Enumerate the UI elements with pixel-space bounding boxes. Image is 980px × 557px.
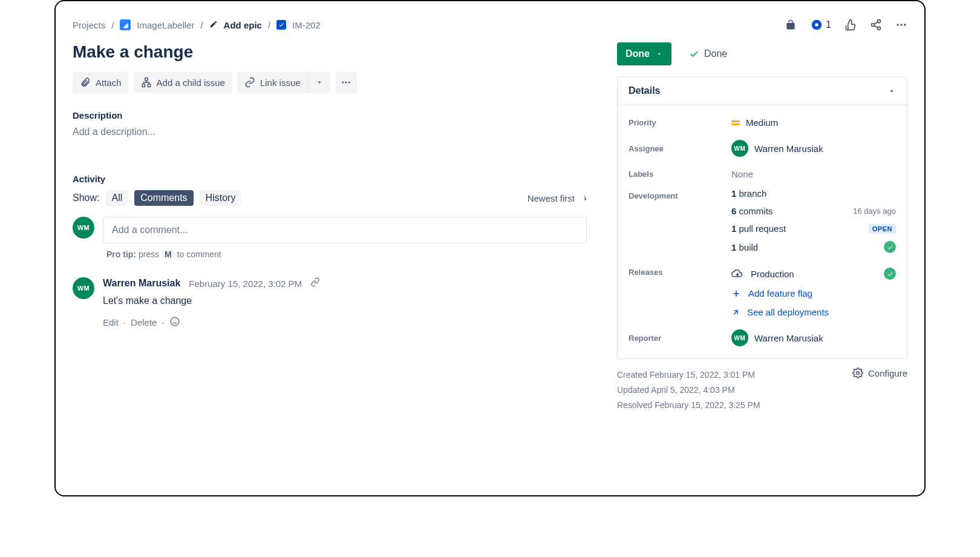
svg-point-5 bbox=[897, 24, 899, 25]
assignee-value[interactable]: Warren Marusiak bbox=[754, 143, 823, 154]
activity-label: Activity bbox=[73, 174, 587, 184]
project-avatar-icon: ◢ bbox=[120, 19, 131, 30]
sort-toggle[interactable]: Newest first bbox=[528, 193, 587, 203]
build-success-icon bbox=[884, 241, 896, 253]
assignee-avatar: WM bbox=[731, 140, 748, 157]
priority-value[interactable]: Medium bbox=[746, 117, 778, 128]
labels-value[interactable]: None bbox=[731, 169, 753, 179]
comment-pro-tip: Pro tip: press M to comment bbox=[106, 249, 587, 259]
assignee-label: Assignee bbox=[629, 144, 731, 153]
dev-pullrequest[interactable]: 1 pull request OPEN bbox=[731, 223, 896, 234]
svg-point-4 bbox=[878, 27, 881, 30]
watch-count[interactable]: 1 bbox=[810, 18, 831, 31]
comment-input[interactable]: Add a comment... bbox=[103, 217, 587, 243]
comment-text: Let's make a change bbox=[103, 295, 320, 306]
comment-author-avatar: WM bbox=[73, 277, 94, 299]
cloud-up-icon bbox=[731, 268, 743, 280]
updated-timestamp: Updated April 5, 2022, 4:03 PM bbox=[617, 383, 760, 398]
pencil-icon bbox=[209, 20, 218, 30]
svg-point-14 bbox=[171, 317, 179, 326]
comment-timestamp: February 15, 2022, 3:02 PM bbox=[189, 278, 302, 289]
more-actions-button[interactable] bbox=[335, 71, 357, 93]
development-label: Development bbox=[629, 191, 731, 200]
created-timestamp: Created February 15, 2022, 3:01 PM bbox=[617, 367, 760, 383]
watch-count-value: 1 bbox=[826, 19, 831, 30]
svg-rect-10 bbox=[148, 84, 151, 87]
thumbs-up-icon[interactable] bbox=[844, 19, 857, 31]
tab-all[interactable]: All bbox=[105, 190, 128, 206]
reporter-value[interactable]: Warren Marusiak bbox=[754, 333, 823, 343]
priority-label: Priority bbox=[629, 118, 731, 127]
status-button[interactable]: Done bbox=[617, 42, 671, 65]
share-icon[interactable] bbox=[870, 19, 882, 31]
breadcrumb-add-epic[interactable]: Add epic bbox=[224, 20, 262, 30]
breadcrumb-project[interactable]: ImageLabeller bbox=[137, 20, 194, 30]
dev-branch[interactable]: 1 branch bbox=[731, 188, 896, 199]
chevron-up-icon bbox=[887, 87, 896, 95]
lock-icon[interactable] bbox=[785, 19, 797, 31]
details-panel-header[interactable]: Details bbox=[618, 77, 907, 105]
pr-open-badge: OPEN bbox=[869, 224, 896, 234]
release-success-icon bbox=[884, 268, 896, 280]
see-all-deployments[interactable]: See all deployments bbox=[731, 307, 896, 317]
gear-icon bbox=[852, 367, 863, 378]
svg-point-15 bbox=[857, 372, 860, 375]
arrow-up-right-icon bbox=[731, 308, 740, 317]
issue-title[interactable]: Make a change bbox=[73, 42, 587, 62]
attach-button[interactable]: Attach bbox=[73, 71, 129, 93]
plus-icon bbox=[731, 289, 741, 298]
checkbox-icon bbox=[276, 20, 286, 30]
release-env[interactable]: Production bbox=[751, 269, 794, 279]
configure-button[interactable]: Configure bbox=[852, 367, 907, 378]
priority-medium-icon bbox=[731, 120, 740, 125]
breadcrumb-issue-key[interactable]: IM-202 bbox=[292, 20, 321, 30]
svg-point-13 bbox=[348, 82, 350, 84]
reporter-avatar: WM bbox=[731, 329, 748, 346]
add-child-issue-button[interactable]: Add a child issue bbox=[134, 71, 232, 93]
reporter-label: Reporter bbox=[629, 334, 731, 343]
link-issue-dropdown[interactable] bbox=[309, 71, 330, 93]
svg-point-7 bbox=[904, 24, 906, 25]
add-feature-flag[interactable]: Add feature flag bbox=[731, 288, 896, 298]
comment-edit[interactable]: Edit bbox=[103, 317, 119, 328]
svg-point-11 bbox=[342, 82, 344, 84]
svg-point-2 bbox=[878, 20, 881, 23]
breadcrumb-projects[interactable]: Projects bbox=[73, 20, 105, 30]
more-icon[interactable] bbox=[895, 19, 907, 31]
permalink-icon[interactable] bbox=[310, 277, 320, 289]
labels-label: Labels bbox=[629, 170, 731, 179]
dev-build[interactable]: 1 build bbox=[731, 241, 896, 253]
add-reaction-icon[interactable] bbox=[169, 316, 180, 329]
svg-point-1 bbox=[815, 23, 818, 27]
releases-label: Releases bbox=[629, 268, 731, 277]
comment-delete[interactable]: Delete bbox=[131, 317, 157, 328]
tab-comments[interactable]: Comments bbox=[134, 190, 193, 206]
tab-history[interactable]: History bbox=[200, 190, 242, 206]
resolved-timestamp: Resolved February 15, 2022, 3:25 PM bbox=[617, 398, 760, 413]
svg-point-12 bbox=[345, 82, 347, 84]
comment-author[interactable]: Warren Marusiak bbox=[103, 278, 180, 289]
show-label: Show: bbox=[73, 193, 99, 203]
status-label: Done bbox=[704, 48, 727, 59]
svg-rect-8 bbox=[145, 78, 148, 81]
svg-rect-9 bbox=[142, 84, 145, 87]
description-input[interactable]: Add a description... bbox=[73, 127, 587, 137]
description-label: Description bbox=[73, 110, 587, 120]
svg-point-3 bbox=[872, 24, 875, 27]
dev-commits[interactable]: 6 commits 16 days ago bbox=[731, 206, 896, 216]
svg-point-6 bbox=[900, 24, 902, 25]
breadcrumb: Projects / ◢ ImageLabeller / Add epic / … bbox=[73, 19, 321, 30]
current-user-avatar: WM bbox=[73, 217, 94, 239]
link-issue-button[interactable]: Link issue bbox=[237, 71, 309, 93]
